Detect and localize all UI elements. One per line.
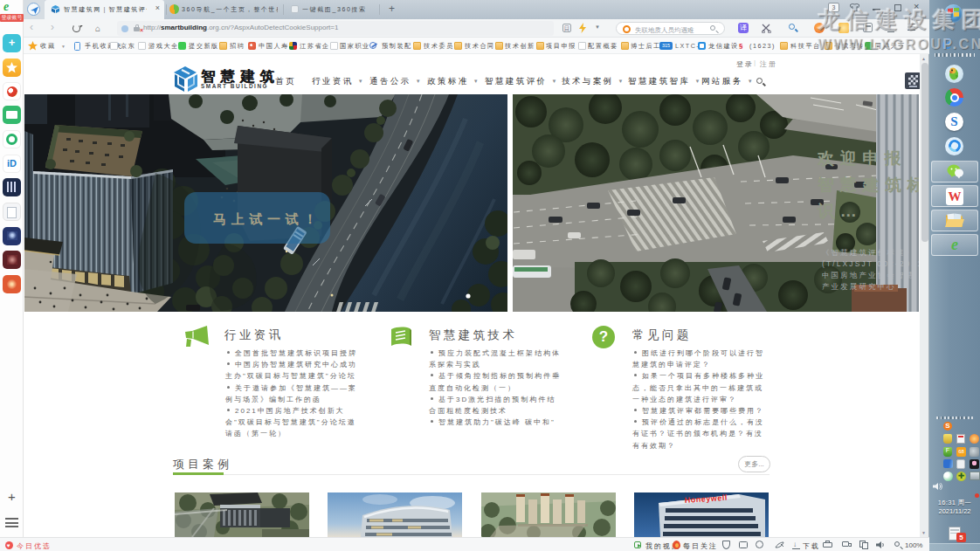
svg-text:(T/LXJSJT 002-2021): (T/LXJSJT 002-2021) [822, 259, 919, 268]
svg-text:识…: 识… [817, 202, 862, 220]
svg-text:马上试一试！: 马上试一试！ [213, 211, 321, 226]
svg-text:产业发展研究中心: 产业发展研究中心 [822, 282, 896, 291]
svg-text:中国房地产业协会智慧: 中国房地产业协会智慧 [822, 271, 914, 279]
svg-text:智慧建筑标: 智慧建筑标 [817, 176, 919, 194]
svg-text:欢迎申报: 欢迎申报 [817, 149, 908, 168]
svg-text:《智慧建筑评价标准》: 《智慧建筑评价标准》 [822, 248, 914, 257]
